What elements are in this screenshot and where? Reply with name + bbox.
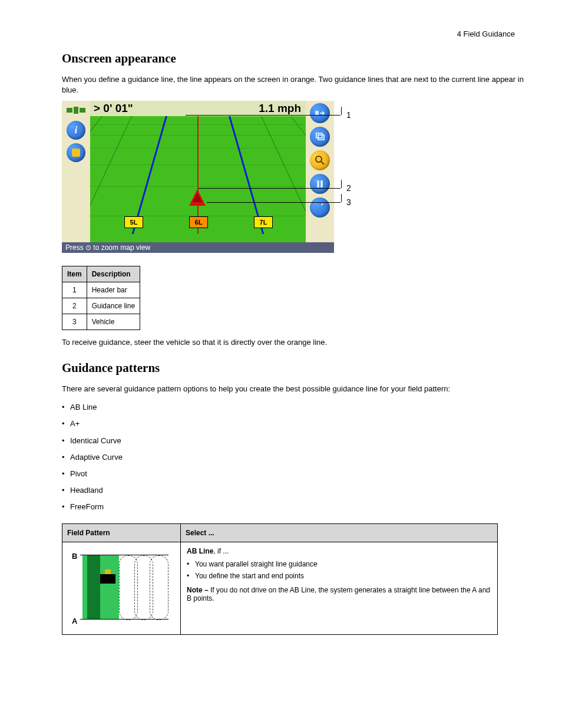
legend-row-n: 1	[62, 282, 87, 298]
patterns-list: AB Line A+ Identical Curve Adaptive Curv…	[62, 402, 527, 512]
svg-rect-1	[80, 108, 85, 113]
svg-rect-2	[74, 107, 78, 114]
satellite-icon[interactable]	[64, 103, 88, 117]
para-patterns-intro: There are several guidance pattern optio…	[62, 384, 527, 394]
pat-if: , if ...	[213, 547, 229, 555]
operator-icon[interactable]	[67, 143, 85, 162]
info-icon[interactable]: i	[67, 121, 85, 140]
legend-row-n: 3	[62, 314, 87, 330]
swath-label-current: 6L	[189, 216, 208, 228]
page-header: 4 Field Guidance	[62, 29, 527, 38]
pat-note-label: Note –	[187, 586, 209, 594]
ab-diagram: B A	[68, 547, 168, 630]
ab-tractor-icon	[100, 574, 115, 584]
heading-onscreen-appearance: Onscreen appearance	[62, 51, 527, 66]
pause-icon[interactable]	[310, 174, 330, 194]
svg-rect-8	[317, 180, 319, 187]
list-item: Identical Curve	[70, 436, 121, 446]
svg-rect-9	[320, 180, 323, 187]
heading-guidance-patterns: Guidance patterns	[62, 361, 527, 375]
distance-readout: > 0' 01"	[90, 102, 133, 115]
svg-rect-0	[67, 108, 72, 113]
speed-readout: 1.1 mph	[259, 102, 306, 115]
field-pattern-table: Field Pattern Select ... B A AB Line, if…	[62, 523, 498, 635]
top-overlay: > 0' 01" 1.1 mph	[90, 101, 306, 116]
legend-row-d: Vehicle	[87, 314, 140, 330]
svg-line-7	[321, 162, 324, 164]
callout-1: 1	[346, 110, 351, 120]
map-action-icon[interactable]	[310, 103, 330, 123]
svg-point-6	[316, 156, 322, 162]
callout-3: 3	[346, 197, 351, 207]
list-item: FreeForm	[70, 502, 104, 512]
pat-bullet: You define the start and end points	[195, 572, 304, 580]
pat-h-field: Field Pattern	[62, 523, 181, 542]
settings-icon[interactable]	[310, 197, 330, 218]
list-item: Pivot	[70, 469, 87, 479]
pat-bullet: You want parallel straight line guidance	[195, 560, 318, 568]
ab-label-b: B	[72, 552, 77, 561]
legend-h-desc: Description	[87, 266, 140, 282]
swath-label-left: 5L	[124, 216, 143, 228]
vehicle-marker	[189, 189, 206, 206]
ab-label-a: A	[72, 617, 77, 625]
pat-name: AB Line	[187, 547, 213, 555]
legend-row-d: Guidance line	[87, 298, 140, 314]
callout-2: 2	[346, 183, 351, 193]
pat-h-select: Select ...	[181, 523, 498, 542]
layers-icon[interactable]	[310, 127, 330, 147]
legend-row-n: 2	[62, 298, 87, 314]
pat-note: If you do not drive on the AB Line, the …	[187, 586, 490, 602]
pat-cell-desc: AB Line, if ... • You want parallel stra…	[181, 542, 498, 634]
zoom-icon[interactable]	[310, 150, 330, 170]
status-bar: Press ⊙ to zoom map view	[62, 242, 334, 253]
para-steer: To receive guidance, steer the vehicle s…	[62, 337, 527, 348]
para-onscreen: When you define a guidance line, the lin…	[62, 74, 527, 95]
guidance-screenshot: i > 0' 01" 1.1 mph	[62, 101, 388, 253]
list-item: Adaptive Curve	[70, 452, 123, 463]
field-view: > 0' 01" 1.1 mph	[90, 101, 306, 242]
swath-label-right: 7L	[254, 216, 273, 228]
list-item: Headland	[70, 485, 103, 496]
legend-h-item: Item	[62, 266, 87, 282]
legend-row-d: Header bar	[87, 282, 140, 298]
list-item: AB Line	[70, 402, 97, 413]
legend-table: Item Description 1 Header bar 2 Guidance…	[62, 266, 140, 330]
list-item: A+	[70, 419, 80, 429]
